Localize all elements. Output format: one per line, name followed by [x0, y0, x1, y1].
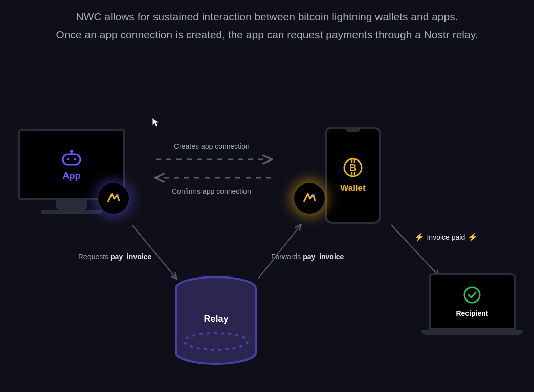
svg-point-3 — [67, 158, 70, 160]
nwc-diagram: NWC allows for sustained interaction bet… — [0, 0, 534, 392]
intro-text: NWC allows for sustained interaction bet… — [0, 0, 534, 43]
nwc-badge-app — [98, 183, 129, 214]
relay-label: Relay — [171, 314, 261, 325]
requests-method: pay_invoice — [110, 252, 151, 261]
svg-point-1 — [70, 150, 73, 153]
requests-prefix: Requests — [78, 252, 110, 261]
wallet-label: Wallet — [340, 183, 365, 193]
label-confirms-connection: Confirms app connection — [172, 187, 251, 195]
app-label: App — [63, 171, 81, 181]
intro-line-1: NWC allows for sustained interaction bet… — [0, 8, 534, 26]
forwards-method: pay_invoice — [303, 252, 344, 261]
intro-line-2: Once an app connection is created, the a… — [0, 26, 534, 44]
bitcoin-icon: B — [343, 157, 363, 178]
svg-point-13 — [464, 287, 480, 303]
lightning-icon: ⚡ — [468, 233, 478, 241]
label-creates-connection: Creates app connection — [174, 142, 250, 150]
nwc-badge-icon — [105, 190, 122, 207]
nwc-badge-icon — [301, 190, 318, 207]
phone-icon: B Wallet — [325, 127, 381, 224]
relay-node: Relay — [171, 276, 261, 368]
laptop-icon: Recipient — [429, 273, 516, 330]
invoice-paid-text: Invoice paid — [427, 233, 465, 241]
recipient-label: Recipient — [456, 309, 488, 317]
forwards-prefix: Forwards — [271, 252, 303, 261]
svg-point-4 — [74, 158, 77, 160]
mouse-cursor — [152, 117, 160, 129]
svg-rect-0 — [63, 154, 80, 165]
wallet-node: B Wallet — [325, 127, 381, 224]
label-invoice-paid: ⚡ Invoice paid ⚡ — [414, 232, 478, 242]
svg-text:B: B — [349, 162, 357, 173]
label-forwards-pay-invoice: Forwards pay_invoice — [271, 252, 344, 261]
check-circle-icon — [463, 286, 481, 304]
label-requests-pay-invoice: Requests pay_invoice — [78, 252, 151, 261]
recipient-node: Recipient — [429, 273, 531, 335]
nwc-badge-wallet — [294, 183, 325, 214]
lightning-icon: ⚡ — [414, 233, 425, 241]
controller-icon — [60, 148, 83, 167]
